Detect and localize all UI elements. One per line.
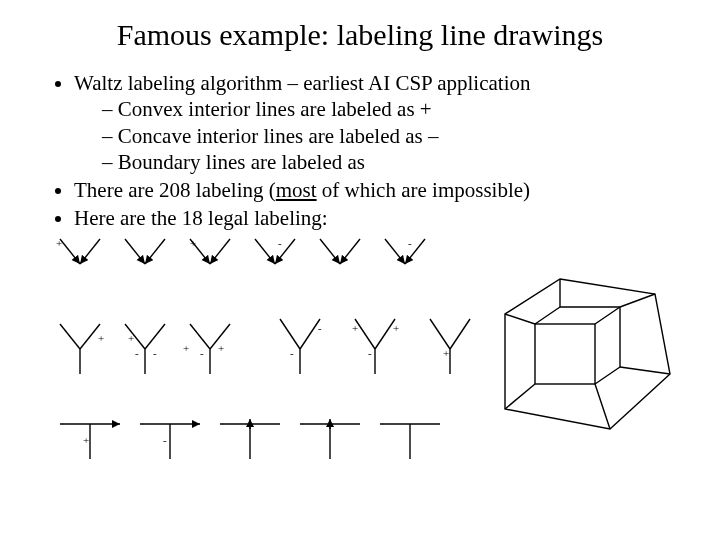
svg-line-53 (595, 384, 610, 429)
label-r2b-l: + (128, 332, 134, 344)
label-r1d: - (278, 237, 282, 249)
label-r1f: - (408, 237, 412, 249)
svg-line-49 (505, 314, 535, 324)
bullet-1-text: Waltz labeling algorithm – earliest AI C… (74, 71, 531, 95)
svg-line-1 (80, 239, 100, 264)
svg-line-5 (210, 239, 230, 264)
label-r2f-m: + (443, 347, 449, 359)
sub-list-1: Convex interior lines are labeled as + C… (74, 96, 680, 175)
svg-line-0 (60, 239, 80, 264)
v-junction-6 (385, 239, 425, 264)
bullet-2: There are 208 labeling (most of which ar… (74, 177, 680, 203)
svg-line-27 (430, 319, 450, 349)
v-junction-4 (255, 239, 295, 264)
svg-marker-42 (505, 279, 670, 429)
svg-line-13 (80, 324, 100, 349)
label-r2e-m: - (368, 347, 372, 359)
svg-line-54 (505, 384, 535, 409)
v-junction-5 (320, 239, 360, 264)
svg-line-18 (190, 324, 210, 349)
t-junction-3 (220, 419, 280, 459)
label-r2c-mr: + (218, 342, 224, 354)
bullet-2-post: of which are impossible) (317, 178, 530, 202)
svg-line-6 (255, 239, 275, 264)
v-junction-2 (125, 239, 165, 264)
label-r2c-ml: - (200, 347, 204, 359)
label-r2e-tr: + (393, 322, 399, 334)
sub-1a: Convex interior lines are labeled as + (102, 96, 680, 122)
bullet-1: Waltz labeling algorithm – earliest AI C… (74, 70, 680, 175)
label-r2b-ml: - (135, 347, 139, 359)
svg-line-8 (320, 239, 340, 264)
y-junction-4 (280, 319, 320, 374)
label-r2a-r: + (98, 332, 104, 344)
t-junction-1 (60, 424, 120, 459)
svg-line-2 (125, 239, 145, 264)
svg-line-28 (450, 319, 470, 349)
t-junction-5 (380, 424, 440, 459)
junction-diagrams (50, 234, 690, 484)
svg-line-44 (535, 307, 560, 324)
svg-line-52 (620, 367, 670, 374)
t-junction-4 (300, 419, 360, 459)
sub-1b: Concave interior lines are labeled as – (102, 123, 680, 149)
svg-rect-43 (535, 324, 595, 384)
y-junction-1 (60, 324, 100, 374)
bullet-2-pre: There are 208 labeling ( (74, 178, 276, 202)
bullet-3: Here are the 18 legal labeling: (74, 205, 680, 231)
label-r3b: - (163, 434, 167, 446)
svg-line-45 (595, 307, 620, 324)
slide-title: Famous example: labeling line drawings (40, 18, 680, 52)
t-junction-2 (140, 424, 200, 459)
y-junction-6 (430, 319, 470, 374)
svg-line-9 (340, 239, 360, 264)
svg-line-21 (280, 319, 300, 349)
diagram-area: + + - - + + - - + - + - - + + - + + - (50, 234, 690, 484)
label-r3a: + (83, 434, 89, 446)
svg-line-48 (595, 367, 620, 384)
svg-line-12 (60, 324, 80, 349)
y-junction-5 (355, 319, 395, 374)
svg-line-10 (385, 239, 405, 264)
label-r1c: + (190, 237, 196, 249)
sub-1c: Boundary lines are labeled as (102, 149, 680, 175)
svg-line-25 (375, 319, 395, 349)
bullet-list: Waltz labeling algorithm – earliest AI C… (50, 70, 680, 232)
svg-line-3 (145, 239, 165, 264)
bullet-2-underline: most (276, 178, 317, 202)
label-r1a: + (56, 237, 62, 249)
label-r2d-m: - (290, 347, 294, 359)
label-r2e-tl: + (352, 322, 358, 334)
label-r2d-t: - (318, 322, 322, 334)
label-r2c-l: + (183, 342, 189, 354)
svg-line-16 (145, 324, 165, 349)
cube-drawing (505, 279, 670, 429)
v-junction-1 (60, 239, 100, 264)
svg-line-22 (300, 319, 320, 349)
label-r2b-mr: - (153, 347, 157, 359)
svg-line-51 (620, 294, 655, 307)
